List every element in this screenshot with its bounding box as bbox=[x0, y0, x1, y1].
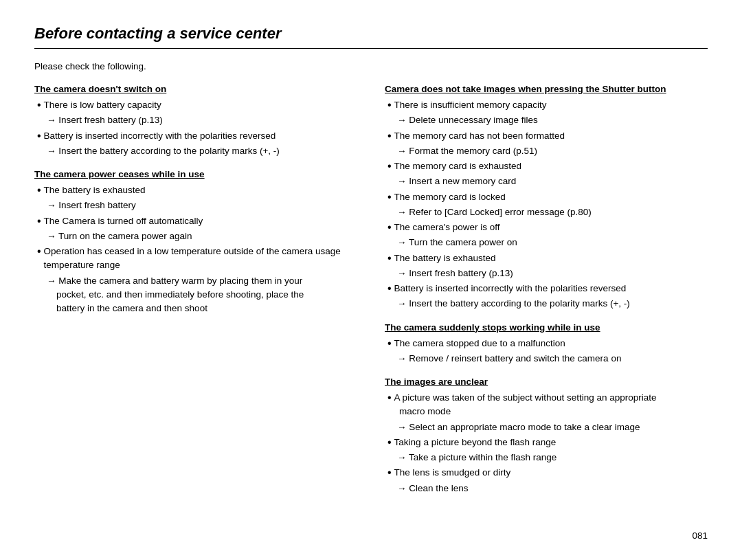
section-camera-power: The camera power ceases while in use • T… bbox=[34, 169, 357, 315]
section-images-unclear-title: The images are unclear bbox=[385, 377, 708, 387]
item-text: → Insert the battery according to the po… bbox=[47, 146, 280, 156]
item-text: Battery is inserted incorrectly with the… bbox=[44, 129, 276, 143]
section-camera-switch-title: The camera doesn't switch on bbox=[34, 84, 357, 94]
list-item: → Insert fresh battery bbox=[34, 199, 357, 212]
item-text: The camera stopped due to a malfunction bbox=[394, 337, 565, 350]
list-item: • Operation has ceased in a low temperat… bbox=[34, 245, 357, 273]
item-text: → Select an appropriate macro mode to ta… bbox=[397, 422, 640, 432]
item-text: → Remove / reinsert battery and switch t… bbox=[397, 353, 621, 363]
item-text: Battery is inserted incorrectly with the… bbox=[394, 282, 627, 295]
item-text: There is insufficient memory capacity bbox=[394, 98, 547, 112]
item-text: The lens is smudged or dirty bbox=[394, 466, 511, 480]
list-item: • Battery is inserted incorrectly with t… bbox=[34, 129, 357, 143]
item-text: → Turn the camera power on bbox=[397, 237, 517, 247]
item-text: Taking a picture beyond the flash range bbox=[394, 436, 556, 449]
item-text: pocket, etc. and then immediately before… bbox=[47, 289, 304, 300]
list-item: → Turn on the camera power again bbox=[34, 229, 357, 243]
item-text: The memory card is exhausted bbox=[394, 159, 521, 173]
section-camera-stops: The camera suddenly stops working while … bbox=[385, 322, 708, 366]
list-item: → Turn the camera power on bbox=[385, 236, 708, 249]
item-text: The battery is exhausted bbox=[394, 251, 496, 265]
list-item: → Insert the battery according to the po… bbox=[34, 144, 357, 158]
list-item: • Taking a picture beyond the flash rang… bbox=[385, 436, 708, 449]
item-text: The battery is exhausted bbox=[44, 183, 146, 197]
item-text: → Insert fresh battery (p.13) bbox=[397, 268, 513, 278]
item-text: → Insert the battery according to the po… bbox=[397, 298, 630, 309]
bullet-icon: • bbox=[387, 251, 392, 265]
bullet-icon: • bbox=[387, 159, 392, 172]
list-item: • There is insufficient memory capacity bbox=[385, 98, 708, 112]
item-text: → Clean the lens bbox=[397, 483, 469, 493]
list-item: → Insert fresh battery (p.13) bbox=[385, 267, 708, 280]
item-text: Operation has ceased in a low temperatur… bbox=[44, 245, 357, 273]
list-item: → Remove / reinsert battery and switch t… bbox=[385, 352, 708, 366]
item-text: A picture was taken of the subject witho… bbox=[394, 391, 657, 419]
section-camera-stops-title: The camera suddenly stops working while … bbox=[385, 322, 708, 333]
list-item: → Clean the lens bbox=[385, 482, 708, 495]
bullet-icon: • bbox=[37, 98, 41, 111]
list-item: • There is low battery capacity bbox=[34, 98, 357, 112]
bullet-icon: • bbox=[37, 214, 41, 227]
list-item: • The lens is smudged or dirty bbox=[385, 466, 708, 480]
section-camera-power-title: The camera power ceases while in use bbox=[34, 169, 357, 179]
list-item: → Insert a new memory card bbox=[385, 175, 708, 188]
item-text: → Make the camera and battery warm by pl… bbox=[47, 276, 302, 286]
bullet-icon: • bbox=[387, 282, 392, 295]
list-item: → Refer to [Card Locked] error message (… bbox=[385, 205, 708, 219]
page-number: 081 bbox=[692, 530, 708, 541]
bullet-icon: • bbox=[387, 221, 392, 234]
item-text: → Turn on the camera power again bbox=[47, 231, 192, 241]
list-item: → Format the memory card (p.51) bbox=[385, 144, 708, 158]
right-column: Camera does not take images when pressin… bbox=[385, 84, 708, 506]
bullet-icon: • bbox=[387, 337, 392, 350]
bullet-icon: • bbox=[387, 98, 392, 111]
intro-text: Please check the following. bbox=[34, 61, 708, 71]
list-item: • The camera's power is off bbox=[385, 221, 708, 234]
list-item: • The Camera is turned off automatically bbox=[34, 214, 357, 228]
item-text: The Camera is turned off automatically bbox=[44, 214, 203, 228]
section-camera-shutter: Camera does not take images when pressin… bbox=[385, 84, 708, 311]
page: Before contacting a service center Pleas… bbox=[0, 0, 742, 560]
list-item: → Insert fresh battery (p.13) bbox=[34, 113, 357, 127]
list-item: → Select an appropriate macro mode to ta… bbox=[385, 421, 708, 434]
list-item: • The memory card has not been formatted bbox=[385, 129, 708, 143]
list-item: → Delete unnecessary image files bbox=[385, 113, 708, 127]
list-item: • Battery is inserted incorrectly with t… bbox=[385, 282, 708, 295]
item-text: There is low battery capacity bbox=[44, 98, 161, 112]
content-columns: The camera doesn't switch on • There is … bbox=[34, 84, 708, 506]
item-text: The memory card is locked bbox=[394, 190, 506, 204]
list-item: • The battery is exhausted bbox=[385, 251, 708, 265]
item-text: → Refer to [Card Locked] error message (… bbox=[397, 207, 592, 217]
list-item: → Insert the battery according to the po… bbox=[385, 297, 708, 311]
item-text: → Take a picture within the flash range bbox=[397, 452, 556, 462]
section-images-unclear: The images are unclear • A picture was t… bbox=[385, 377, 708, 495]
item-text: → Insert fresh battery bbox=[47, 200, 136, 210]
section-camera-switch: The camera doesn't switch on • There is … bbox=[34, 84, 357, 158]
item-text: → Delete unnecessary image files bbox=[397, 115, 538, 125]
item-text: battery in the camera and then shoot bbox=[47, 303, 207, 313]
section-camera-shutter-title: Camera does not take images when pressin… bbox=[385, 84, 708, 94]
item-text: The camera's power is off bbox=[394, 221, 500, 234]
list-item: • The battery is exhausted bbox=[34, 183, 357, 197]
item-text: The memory card has not been formatted bbox=[394, 129, 565, 143]
bullet-icon: • bbox=[387, 436, 392, 449]
list-item: • The memory card is locked bbox=[385, 190, 708, 204]
left-column: The camera doesn't switch on • There is … bbox=[34, 84, 357, 506]
list-item: → Make the camera and battery warm by pl… bbox=[34, 274, 357, 316]
bullet-icon: • bbox=[387, 466, 392, 479]
list-item: → Take a picture within the flash range bbox=[385, 451, 708, 464]
item-text: → Format the memory card (p.51) bbox=[397, 146, 537, 156]
list-item: • The memory card is exhausted bbox=[385, 159, 708, 173]
bullet-icon: • bbox=[387, 190, 392, 203]
item-text: → Insert a new memory card bbox=[397, 176, 516, 186]
bullet-icon: • bbox=[37, 183, 41, 197]
list-item: • A picture was taken of the subject wit… bbox=[385, 391, 708, 419]
list-item: • The camera stopped due to a malfunctio… bbox=[385, 337, 708, 350]
bullet-icon: • bbox=[37, 129, 41, 142]
bullet-icon: • bbox=[37, 245, 41, 258]
item-text: → Insert fresh battery (p.13) bbox=[47, 115, 163, 125]
page-title: Before contacting a service center bbox=[34, 25, 708, 49]
bullet-icon: • bbox=[387, 129, 392, 142]
bullet-icon: • bbox=[387, 391, 392, 404]
